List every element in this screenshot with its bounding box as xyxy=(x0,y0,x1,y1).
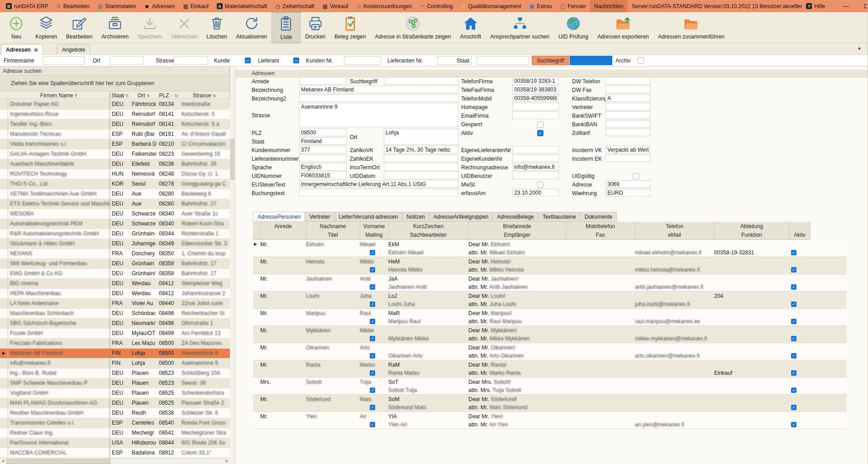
vertreter-input[interactable] xyxy=(606,103,650,110)
strasse-textarea[interactable]: Asemanrinne 9 xyxy=(299,103,458,127)
emailfirma-input[interactable] xyxy=(512,111,559,119)
table-row[interactable]: GALVA-Anlagen-Technik GmbHDEUFalkenstei0… xyxy=(0,149,230,159)
vertical-scrollbar[interactable] xyxy=(230,67,235,464)
plz-input[interactable] xyxy=(299,129,347,136)
cancel-button[interactable]: Abbrechen xyxy=(167,12,202,43)
menu-item-qualit-tsmanagement[interactable]: ◉Qualitätsmanagement xyxy=(457,0,525,12)
table-row[interactable]: Vleda transmisiones s.l.ESPBarberà D0821… xyxy=(0,139,230,149)
strasse-input[interactable] xyxy=(174,56,208,65)
table-row[interactable]: info@mekanex.fiFINLohja08500Asemanrinne … xyxy=(0,359,230,368)
mwst-checkbox[interactable] xyxy=(537,182,544,188)
contact-row[interactable]: Mrs.SobottTuijaSoTDear Mrs. Sobott!✓Sobo… xyxy=(253,378,847,395)
uidbenutzer-input[interactable] xyxy=(512,172,559,179)
merge-addresses-button[interactable]: Adressen zusammenführen xyxy=(653,12,729,43)
menu-item-fenster[interactable]: ▢Fenster xyxy=(556,0,590,12)
lieferantennummer-input[interactable] xyxy=(299,154,347,162)
address-button[interactable]: Anschrift xyxy=(455,12,486,43)
table-row[interactable]: XETMA Textilmaschinen Aue GmbHDEUAue0828… xyxy=(0,189,230,199)
contact-row[interactable]: Mr.HeinolaMikkoHeMDear Mr. Heinola!✓Hein… xyxy=(253,257,847,274)
menu-item-controlling[interactable]: ✂Controlling xyxy=(416,0,457,12)
firmenname-input[interactable] xyxy=(43,56,85,65)
table-row[interactable]: Reuther Maschinenbau GmbHDEUReuth08538Sc… xyxy=(0,408,230,418)
archiv-checkbox[interactable] xyxy=(637,57,644,64)
table-row[interactable]: EMG GmbH & Co KGDEUGrünhain/08358Bahnhof… xyxy=(0,269,230,279)
save-button[interactable]: Speichern xyxy=(133,12,167,43)
menu-item-einkauf[interactable]: ▦Einkauf xyxy=(179,0,212,12)
detail-tab-adressepersonen[interactable]: AdressePersonen xyxy=(253,212,305,222)
pin-icon[interactable]: ⚲ xyxy=(173,93,179,98)
contacts-column-header[interactable]: Mailing xyxy=(360,232,388,238)
menu-item-nachrichten[interactable]: Nachrichten xyxy=(590,0,627,12)
table-row[interactable]: SBG Sächsisch-BayerischeDEUNeumark/08496… xyxy=(0,319,230,329)
table-row[interactable]: Frezzato FabricationsFRALes Mazu08500ZA … xyxy=(0,339,230,349)
mailing-checkbox[interactable]: ✓ xyxy=(370,387,375,393)
menu-item-zeitwirtschaft[interactable]: ◷Zeitwirtschaft xyxy=(271,0,318,12)
mailing-checkbox[interactable]: ✓ xyxy=(370,405,375,410)
aktiv-checkbox[interactable]: ✓ xyxy=(791,319,796,324)
table-row[interactable]: SMP Schwede Maschinenbau PDEUPlauen08523… xyxy=(0,378,230,388)
pin-icon[interactable]: ⚲ xyxy=(145,93,151,98)
chevron-down-icon[interactable]: ▼ xyxy=(857,46,862,51)
contact-row[interactable]: Mr.MykkänenMikkeDear Mr. Mykkänen!✓Mykkä… xyxy=(253,326,847,343)
table-row[interactable]: ROVITECH TechnologyHUNNemesvá08248Dózsa … xyxy=(0,169,230,179)
menu-item-hilfe[interactable]: ?Hilfe xyxy=(802,0,829,12)
mailing-checkbox[interactable]: ✓ xyxy=(370,336,375,341)
table-row[interactable]: ETS Elektro-Technik-Service und MaschinD… xyxy=(0,199,230,209)
horizontal-scrollbar[interactable]: ◄ ► xyxy=(0,458,230,464)
staat-field[interactable] xyxy=(299,137,347,145)
mailing-checkbox[interactable]: ✓ xyxy=(370,353,375,359)
scrollbar-thumb[interactable] xyxy=(230,139,234,180)
bankiban-input[interactable] xyxy=(606,120,650,128)
menu-item-stammdaten[interactable]: ▤Stammdaten xyxy=(94,0,140,12)
dwtelefon-input[interactable] xyxy=(606,77,650,85)
menu-item-kostenzuordnungen[interactable]: ◎Kostenzuordnungen xyxy=(352,0,416,12)
scroll-right-icon[interactable]: ► xyxy=(224,459,230,464)
minimize-button[interactable]: — xyxy=(835,0,856,12)
bankswift-input[interactable] xyxy=(606,111,650,119)
table-row[interactable]: Auerbach MaschinenfabrikDEUEllefeld08236… xyxy=(0,159,230,169)
mailing-checkbox[interactable]: ✓ xyxy=(370,370,375,376)
eusteuertext-input[interactable] xyxy=(299,180,458,188)
mailing-checkbox[interactable]: ✓ xyxy=(370,250,375,255)
buchungstext-input[interactable] xyxy=(299,189,458,196)
table-row[interactable]: HEPA MaschinenbauDEUWerdau08412Johanniss… xyxy=(0,289,230,299)
table-row[interactable]: Maschinenbau SchönbachDEUSchönbac08496Re… xyxy=(0,309,230,319)
menu-item-rundata-erp[interactable]: DrunDATA ERP xyxy=(2,0,52,12)
pin-icon[interactable]: ⚲ xyxy=(75,93,78,98)
contact-row[interactable]: ▶Mr.EkholmMikaelEkMDear Mr. Ekholm!✓Ekho… xyxy=(253,240,847,257)
incotermek-input[interactable] xyxy=(606,154,650,162)
rechnungsadresse-input[interactable] xyxy=(512,163,559,171)
table-row[interactable]: MACCBA COMERCIALESPBadalona08912Colom 33… xyxy=(0,448,230,458)
table-row[interactable]: NEXANSFRADonchery083501, Chemin du loup xyxy=(0,249,230,259)
table-row[interactable]: ▶Mekanex AB FinnlandFINLohja08500Asemanr… xyxy=(0,349,230,359)
contact-row[interactable]: Mr.RantaMarkoRaMDear Mr. Ranta!✓Ranta Ma… xyxy=(253,360,847,378)
contacts-column-header[interactable]: Vorname xyxy=(360,223,388,230)
table-row[interactable]: Manuteción TécnicasESPRubi (Bar08191Av. … xyxy=(0,129,230,139)
menu-item-materialwirtschaft[interactable]: AMaterialwirtschaft xyxy=(213,0,271,12)
table-row[interactable]: Transmisiones Cetelles s.l.ESPCentelles0… xyxy=(0,418,230,428)
contacts-column-header[interactable]: Mobiltelefon xyxy=(566,223,635,230)
incotermvk-input[interactable] xyxy=(606,146,650,153)
mailing-checkbox[interactable]: ✓ xyxy=(370,267,375,273)
kundennummer-input[interactable] xyxy=(299,146,347,153)
search-contact-button[interactable]: Ansprechpartner suchen xyxy=(486,12,554,43)
aktiv-checkbox[interactable]: ✓ xyxy=(537,130,544,136)
contacts-column-header[interactable]: Empfänger xyxy=(468,232,566,238)
aktiv-checkbox[interactable]: ✓ xyxy=(791,387,796,393)
uid-check-button[interactable]: UID Prüfung xyxy=(554,12,593,43)
refresh-button[interactable]: Aktualisieren xyxy=(232,12,272,43)
waehrung-input[interactable] xyxy=(606,189,650,196)
aktiv-checkbox[interactable]: ✓ xyxy=(791,405,796,410)
zahlkovk-input[interactable] xyxy=(384,146,458,153)
contacts-column-header[interactable]: eMail xyxy=(635,232,714,238)
table-row[interactable]: Vogtland GmbHDEUPlauen08525Schenkendorfs… xyxy=(0,388,230,398)
table-row[interactable]: THO-S Co., LtdKORSeoul08278Gongguaang-ga… xyxy=(0,179,230,189)
telefaxfirma-input[interactable] xyxy=(512,86,559,93)
telefonfirma-input[interactable] xyxy=(512,77,559,85)
klassifizierung-input[interactable] xyxy=(606,94,650,102)
copy-button[interactable]: Kopieren xyxy=(31,12,62,43)
detail-tab-notizen[interactable]: Notizen xyxy=(402,212,429,222)
group-by-hint[interactable]: Ziehen Sie eine Spaltenüberschrift hier … xyxy=(0,76,229,91)
contact-row[interactable]: Mr.YlenAriYlADear Mr. Ylen!✓Ylen Ariattn… xyxy=(253,412,847,429)
kundennr-input[interactable] xyxy=(344,56,381,65)
